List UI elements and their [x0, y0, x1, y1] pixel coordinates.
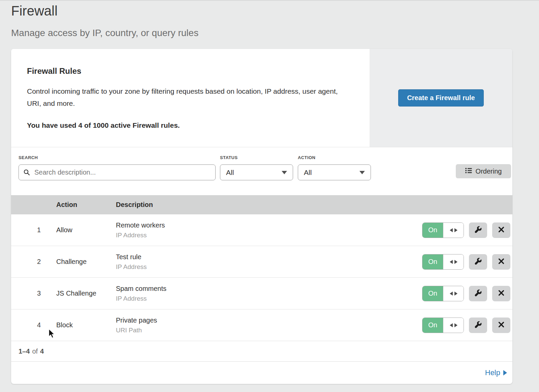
- search-input[interactable]: [19, 164, 216, 180]
- edit-rule-button[interactable]: [469, 254, 487, 270]
- x-icon: [498, 258, 504, 265]
- rule-priority: 2: [11, 258, 41, 266]
- help-link-label: Help: [485, 368, 500, 377]
- action-filter-group: ACTION All: [298, 155, 371, 180]
- rule-description-cell: Spam comments IP Address: [116, 285, 422, 302]
- rule-description: Private pages: [116, 316, 422, 324]
- rule-priority: 4: [11, 321, 41, 329]
- column-header-action: Action: [56, 201, 116, 209]
- status-label: STATUS: [220, 155, 293, 160]
- rule-controls: On: [422, 286, 512, 301]
- column-header-description: Description: [116, 201, 153, 209]
- card-top-section: Firewall Rules Control incoming traffic …: [11, 49, 512, 147]
- search-group: SEARCH: [19, 155, 216, 180]
- x-icon: [498, 290, 504, 297]
- firewall-rules-card: Firewall Rules Control incoming traffic …: [11, 49, 512, 384]
- firewall-rules-intro: Firewall Rules Control incoming traffic …: [11, 49, 370, 147]
- rule-controls: On: [422, 318, 512, 333]
- wrench-icon: [475, 321, 482, 329]
- rule-description: Spam comments: [116, 285, 422, 293]
- rule-description-cell: Test rule IP Address: [116, 253, 422, 271]
- ordered-list-icon: [465, 168, 472, 175]
- action-selected-value: All: [304, 169, 312, 177]
- section-heading: Firewall Rules: [27, 66, 346, 76]
- create-rule-aside: Create a Firewall rule: [370, 49, 512, 147]
- edit-rule-button[interactable]: [469, 222, 487, 238]
- section-description: Control incoming traffic to your zone by…: [27, 85, 346, 110]
- rule-description-cell: Remote workers IP Address: [116, 221, 422, 239]
- rule-action: JS Challenge: [56, 290, 116, 297]
- delete-rule-button[interactable]: [492, 254, 510, 270]
- page-subtitle: Manage access by IP, country, or query r…: [11, 28, 198, 38]
- left-right-arrows-icon: [443, 254, 464, 269]
- pagination-total: 4: [40, 348, 44, 355]
- rule-priority: 3: [11, 290, 41, 297]
- toggle-on-label: On: [422, 254, 443, 269]
- rule-action: Allow: [56, 226, 116, 234]
- wrench-icon: [475, 290, 482, 298]
- rule-description-cell: Private pages URI Path: [116, 316, 422, 334]
- usage-summary: You have used 4 of 1000 active Firewall …: [27, 121, 346, 129]
- create-firewall-rule-button[interactable]: Create a Firewall rule: [398, 89, 483, 107]
- rule-match-type: URI Path: [116, 327, 422, 334]
- page-title: Firewall: [11, 3, 58, 19]
- pagination: 1–4 of 4: [11, 341, 512, 362]
- table-header: Action Description: [11, 195, 512, 214]
- pagination-range: 1–4: [19, 348, 30, 355]
- left-right-arrows-icon: [443, 286, 464, 301]
- edit-rule-button[interactable]: [469, 318, 487, 333]
- rule-controls: On: [422, 254, 512, 270]
- table-row: 3 JS Challenge Spam comments IP Address …: [11, 278, 512, 309]
- rule-match-type: IP Address: [116, 295, 422, 302]
- card-footer: Help: [11, 362, 512, 384]
- delete-rule-button[interactable]: [492, 222, 510, 238]
- delete-rule-button[interactable]: [492, 286, 510, 301]
- search-label: SEARCH: [19, 155, 216, 160]
- rule-enabled-toggle[interactable]: On: [422, 254, 464, 270]
- status-selected-value: All: [226, 169, 234, 177]
- rule-enabled-toggle[interactable]: On: [422, 318, 464, 333]
- delete-rule-button[interactable]: [492, 318, 510, 333]
- rule-description: Remote workers: [116, 221, 422, 229]
- rule-action: Challenge: [56, 258, 116, 266]
- table-row: 4 Block Private pages URI Path On: [11, 309, 512, 341]
- status-select[interactable]: All: [220, 164, 293, 180]
- table-row: 2 Challenge Test rule IP Address On: [11, 246, 512, 278]
- filters-bar: SEARCH STATUS All ACTION All: [11, 147, 512, 195]
- right-triangle-icon: [503, 370, 507, 375]
- rule-enabled-toggle[interactable]: On: [422, 222, 464, 238]
- toggle-on-label: On: [422, 286, 443, 301]
- rule-match-type: IP Address: [116, 263, 422, 271]
- help-link[interactable]: Help: [485, 368, 507, 377]
- action-select[interactable]: All: [298, 164, 371, 180]
- rule-priority: 1: [11, 226, 41, 234]
- toggle-on-label: On: [422, 223, 443, 238]
- table-row: 1 Allow Remote workers IP Address On: [11, 214, 512, 246]
- rule-controls: On: [422, 222, 512, 238]
- left-right-arrows-icon: [443, 223, 464, 238]
- pagination-of: of: [32, 348, 38, 355]
- wrench-icon: [475, 226, 482, 234]
- ordering-button-label: Ordering: [476, 168, 502, 175]
- toggle-on-label: On: [422, 318, 443, 333]
- x-icon: [498, 322, 504, 329]
- wrench-icon: [475, 258, 482, 266]
- chevron-down-icon: [282, 171, 287, 174]
- rule-enabled-toggle[interactable]: On: [422, 286, 464, 301]
- left-right-arrows-icon: [443, 318, 464, 333]
- status-filter-group: STATUS All: [220, 155, 293, 180]
- ordering-button[interactable]: Ordering: [456, 164, 511, 178]
- rule-description: Test rule: [116, 253, 422, 261]
- search-icon: [24, 169, 30, 177]
- action-label: ACTION: [298, 155, 371, 160]
- rule-match-type: IP Address: [116, 232, 422, 239]
- edit-rule-button[interactable]: [469, 286, 487, 301]
- rule-action: Block: [56, 321, 116, 329]
- chevron-down-icon: [359, 171, 365, 174]
- x-icon: [498, 227, 504, 234]
